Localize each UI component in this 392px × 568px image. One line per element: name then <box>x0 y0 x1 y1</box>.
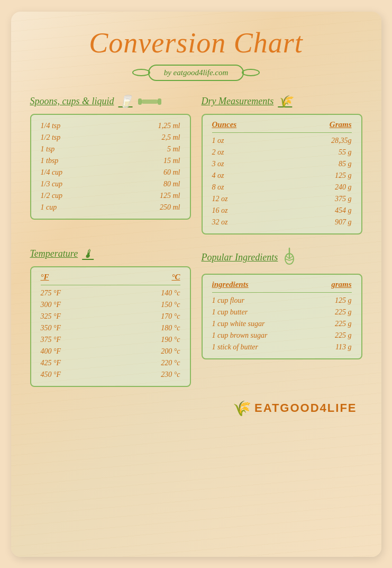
dry-header: Ounces Grams <box>212 120 352 133</box>
ingredients-row-5: 1 stick of butter 113 g <box>212 341 352 353</box>
temp-left-4: 350 °F <box>41 324 61 332</box>
spoon-left-5: 1/4 cup <box>41 168 63 177</box>
dry-left-8: 32 oz <box>212 218 228 227</box>
dry-right-1: 28,35g <box>331 137 352 145</box>
temp-row-4: 350 °F 180 °c <box>41 322 180 334</box>
dry-row-3: 3 oz 85 g <box>212 158 352 170</box>
spoon-right-8: 250 ml <box>160 203 180 212</box>
spoon-left-2: 1/2 tsp <box>41 133 61 142</box>
temp-row-2: 300 °F 150 °c <box>41 299 180 311</box>
ingredients-left-5: 1 stick of butter <box>212 343 259 351</box>
thermometer-icon: 🌡 <box>82 247 94 261</box>
spoon-right-4: 15 ml <box>163 157 180 165</box>
spoons-section: Spoons, cups & liquid 🥛 1/4 tsp 1,25 ml … <box>30 95 191 235</box>
spoon-left-6: 1/3 cup <box>41 180 63 188</box>
spoon-right-5: 60 ml <box>163 168 180 177</box>
ingredients-col2-header: grams <box>331 280 351 289</box>
svg-rect-1 <box>138 98 142 105</box>
svg-rect-0 <box>141 100 158 104</box>
temp-left-5: 375 °F <box>41 336 61 344</box>
dry-left-3: 3 oz <box>212 160 224 168</box>
temp-title: Temperature 🌡 <box>30 247 191 261</box>
temp-right-3: 170 °c <box>161 312 180 321</box>
ingredients-right-1: 125 g <box>335 296 352 305</box>
ingredients-col1-header: ingredients <box>212 280 249 289</box>
spoon-right-1: 1,25 ml <box>158 122 180 130</box>
spoon-row-3: 1 tsp 5 ml <box>41 143 180 155</box>
ingredients-right-5: 113 g <box>335 343 351 351</box>
dry-left-4: 4 oz <box>212 172 224 180</box>
spoon-row-4: 1 tbsp 15 ml <box>41 155 180 167</box>
spoon-row-1: 1/4 tsp 1,25 ml <box>41 120 180 132</box>
temp-left-3: 325 °F <box>41 312 61 321</box>
dry-title: Dry Measurements 🌾 <box>202 95 362 109</box>
ingredients-left-1: 1 cup flour <box>212 296 244 305</box>
footer: 🌾 EATGOOD4LIFE <box>30 400 362 417</box>
rolling-pin-icon <box>137 96 162 107</box>
subtitle-pill: by eatgood4life.com <box>148 65 244 81</box>
dry-row-8: 32 oz 907 g <box>212 217 352 228</box>
dry-left-5: 8 oz <box>212 183 224 192</box>
dry-left-7: 16 oz <box>212 206 228 215</box>
brand: 🌾 EATGOOD4LIFE <box>233 400 357 417</box>
dry-right-8: 907 g <box>335 218 352 227</box>
temp-col2-header: °C <box>171 273 180 282</box>
dry-label: Dry Measurements <box>202 96 274 107</box>
dry-right-6: 375 g <box>335 195 352 203</box>
dry-col2-header: Grams <box>330 120 352 129</box>
spoons-label: Spoons, cups & liquid <box>30 96 114 107</box>
spoon-right-2: 2,5 ml <box>162 133 180 142</box>
ingredients-title: Popular Ingredients <box>202 247 362 268</box>
spoon-left-4: 1 tbsp <box>41 157 59 165</box>
wheat-icon: 🌾 <box>278 95 292 109</box>
dry-row-7: 16 oz 454 g <box>212 205 352 217</box>
temp-left-6: 400 °F <box>41 347 61 356</box>
temp-header: °F °C <box>41 273 180 285</box>
spoon-row-5: 1/4 cup 60 ml <box>41 167 180 178</box>
temp-right-5: 190 °c <box>161 336 180 344</box>
spoon-right-7: 125 ml <box>160 192 180 200</box>
temp-left-1: 275 °F <box>41 289 61 297</box>
dry-left-6: 12 oz <box>212 195 228 203</box>
dry-row-1: 1 oz 28,35g <box>212 135 352 147</box>
subtitle-text: by eatgood4life.com <box>164 68 229 77</box>
dry-row-2: 2 oz 55 g <box>212 147 352 158</box>
dry-col1-header: Ounces <box>212 120 237 129</box>
temp-row-8: 450 °F 230 °c <box>41 369 180 381</box>
temp-left-2: 300 °F <box>41 301 61 309</box>
ingredients-table: ingredients grams 1 cup flour 125 g 1 cu… <box>202 274 362 359</box>
ingredients-left-3: 1 cup white sugar <box>212 320 265 328</box>
spoon-left-8: 1 cup <box>41 203 57 212</box>
spoon-row-8: 1 cup 250 ml <box>41 202 180 213</box>
ingredients-row-4: 1 cup brown sugar 225 g <box>212 330 352 341</box>
temp-col1-header: °F <box>41 273 49 282</box>
ingredients-left-2: 1 cup butter <box>212 308 248 317</box>
temp-right-6: 200 °c <box>161 347 180 356</box>
dry-right-3: 85 g <box>339 160 352 168</box>
temp-section: Temperature 🌡 °F °C 275 °F 140 °c 300 °F… <box>30 247 191 387</box>
page-title: Conversion Chart <box>30 26 362 59</box>
temp-row-3: 325 °F 170 °c <box>41 311 180 322</box>
spoon-left-7: 1/2 cup <box>41 192 63 200</box>
ingredients-header: ingredients grams <box>212 280 352 293</box>
ingredients-section: Popular Ingredients ingredients <box>202 247 362 387</box>
temp-right-1: 140 °c <box>161 289 180 297</box>
temp-left-8: 450 °F <box>41 371 61 379</box>
temp-right-4: 180 °c <box>161 324 180 332</box>
temp-row-6: 400 °F 200 °c <box>41 346 180 357</box>
spoon-right-6: 80 ml <box>163 180 180 188</box>
dry-row-4: 4 oz 125 g <box>212 170 352 182</box>
temp-right-2: 150 °c <box>161 301 180 309</box>
spoon-right-3: 5 ml <box>167 145 180 154</box>
spoons-table: 1/4 tsp 1,25 ml 1/2 tsp 2,5 ml 1 tsp 5 m… <box>30 114 191 220</box>
temp-row-5: 375 °F 190 °c <box>41 334 180 346</box>
dry-table: Ounces Grams 1 oz 28,35g 2 oz 55 g 3 oz … <box>202 114 362 235</box>
spoons-title: Spoons, cups & liquid 🥛 <box>30 95 191 109</box>
top-row: Spoons, cups & liquid 🥛 1/4 tsp 1,25 ml … <box>30 95 362 235</box>
temp-row-1: 275 °F 140 °c <box>41 287 180 299</box>
ingredients-row-1: 1 cup flour 125 g <box>212 295 352 306</box>
ingredients-right-4: 225 g <box>335 331 352 340</box>
temp-row-7: 425 °F 220 °c <box>41 357 180 369</box>
dry-left-2: 2 oz <box>212 148 224 157</box>
temp-left-7: 425 °F <box>41 359 61 367</box>
